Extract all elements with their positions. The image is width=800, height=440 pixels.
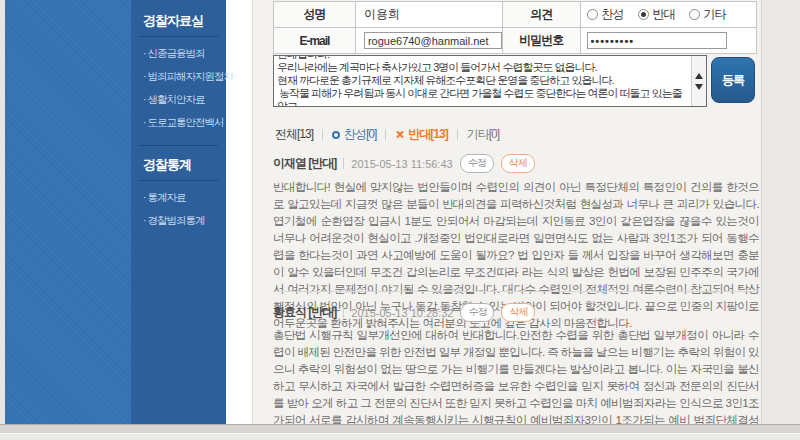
comment-body: 총단법 시행규칙 일부개선안에 대하여 반대합니다.안전한 수렵을 위한 총단법… xyxy=(273,327,759,424)
textarea-scrollbar[interactable] xyxy=(691,56,706,106)
divider xyxy=(343,307,344,318)
sidebar-section-items: 통계자료 경찰범죄통계 xyxy=(137,187,220,233)
filter-all[interactable]: 전체[13] xyxy=(275,126,313,143)
table-row: E-mail 비밀번호 xyxy=(274,28,757,54)
divider xyxy=(343,158,344,169)
content-panel: 성명 이용희 의견 찬성 반대 xyxy=(252,0,762,424)
filter-oppose[interactable]: 반대[13] xyxy=(395,126,447,143)
comment-textarea[interactable]: 반대합니다: 우리나라에는 계곡마다 축사가있고 3명이 들어가서 수렵할곳도 … xyxy=(273,55,707,107)
filter-etc[interactable]: 기타[0] xyxy=(467,126,499,143)
submit-button[interactable]: 등록 xyxy=(711,57,755,103)
sidebar-item-crime-stats[interactable]: 경찰범죄통계 xyxy=(137,210,220,233)
radio-oppose-label: 반대 xyxy=(653,6,675,23)
radio-etc[interactable]: 기타 xyxy=(689,6,726,23)
comment-header: 황효식 [반대] 2015-05-13 10:28:32 수정 삭제 xyxy=(273,303,535,322)
radio-oppose[interactable]: 반대 xyxy=(638,6,675,23)
radio-agree-label: 찬성 xyxy=(602,6,624,23)
scroll-up-icon[interactable] xyxy=(695,73,703,79)
right-margin-strip xyxy=(762,0,800,424)
oppose-x-icon xyxy=(395,130,404,139)
table-row: 성명 이용희 의견 찬성 반대 xyxy=(274,2,757,28)
sidebar: 경찰자료실 신종금융범죄 범죄피해자지원절차 생활치안자료 도로교통안전백서 경… xyxy=(5,0,226,424)
password-cell xyxy=(580,28,757,54)
opinion-radio-group: 찬성 반대 기타 xyxy=(587,6,757,23)
radio-oppose-circle-icon[interactable] xyxy=(638,9,649,20)
scroll-down-icon[interactable] xyxy=(695,84,703,90)
delete-button[interactable]: 삭제 xyxy=(501,303,535,322)
comment-date: 2015-05-13 11:56:43 xyxy=(351,158,452,170)
filter-agree-label: 찬성[0] xyxy=(344,126,376,143)
footer-bar-lower xyxy=(0,433,800,440)
comment-author: 이재열 [반대] xyxy=(273,155,336,172)
sidebar-item-stats-data[interactable]: 통계자료 xyxy=(137,187,220,210)
sidebar-texture-panel xyxy=(5,0,131,424)
comment-header: 이재열 [반대] 2015-05-13 11:56:43 수정 삭제 xyxy=(273,154,535,173)
email-field[interactable] xyxy=(364,32,502,49)
opinion-cell: 찬성 반대 기타 xyxy=(580,2,757,28)
email-cell xyxy=(355,28,502,54)
comment-textarea-text: 반대합니다: 우리나라에는 계곡마다 축사가있고 3명이 들어가서 수렵할곳도 … xyxy=(277,55,688,107)
divider xyxy=(139,36,218,37)
delete-button[interactable]: 삭제 xyxy=(501,154,535,173)
radio-agree[interactable]: 찬성 xyxy=(587,6,624,23)
opinion-form-table: 성명 이용희 의견 찬성 반대 xyxy=(273,1,757,54)
sidebar-item-victim-support[interactable]: 범죄피해자지원절차 xyxy=(137,66,220,89)
edit-button[interactable]: 수정 xyxy=(460,154,494,173)
opinion-label: 의견 xyxy=(502,2,580,28)
divider xyxy=(139,145,218,146)
comment-author: 황효식 [반대] xyxy=(273,304,336,321)
sidebar-item-road-safety[interactable]: 도로교통안전백서 xyxy=(137,112,220,135)
name-value: 이용희 xyxy=(355,2,502,28)
name-label: 성명 xyxy=(274,2,356,28)
email-label: E-mail xyxy=(274,28,356,54)
sidebar-item-living-safety[interactable]: 생활치안자료 xyxy=(137,89,220,112)
page: 경찰자료실 신종금융범죄 범죄피해자지원절차 생활치안자료 도로교통안전백서 경… xyxy=(0,0,800,440)
divider xyxy=(385,129,386,140)
password-field[interactable] xyxy=(587,32,727,49)
divider xyxy=(457,129,458,140)
radio-agree-circle-icon[interactable] xyxy=(587,9,598,20)
filter-agree[interactable]: 찬성[0] xyxy=(332,126,376,143)
divider xyxy=(322,129,323,140)
sidebar-section-title-data: 경찰자료실 xyxy=(137,8,220,36)
radio-etc-label: 기타 xyxy=(704,6,726,23)
filter-oppose-label: 반대[13] xyxy=(408,126,447,143)
agree-circle-icon xyxy=(332,131,340,139)
comment-divider xyxy=(273,291,759,292)
sidebar-item-new-financial-crime[interactable]: 신종금융범죄 xyxy=(137,43,220,66)
comment-filter-row: 전체[13] 찬성[0] 반대[13] 기타[0] xyxy=(275,126,499,143)
comment-date: 2015-05-13 10:28:32 xyxy=(351,307,453,319)
sidebar-section-items: 신종금융범죄 범죄피해자지원절차 생활치안자료 도로교통안전백서 xyxy=(137,43,220,135)
edit-button[interactable]: 수정 xyxy=(460,303,494,322)
sidebar-menu: 경찰자료실 신종금융범죄 범죄피해자지원절차 생활치안자료 도로교통안전백서 경… xyxy=(131,0,226,424)
divider xyxy=(139,180,218,181)
radio-etc-circle-icon[interactable] xyxy=(689,9,700,20)
footer-bar xyxy=(0,424,800,433)
password-label: 비밀번호 xyxy=(502,28,580,54)
sidebar-section-title-stats: 경찰통계 xyxy=(137,152,220,180)
